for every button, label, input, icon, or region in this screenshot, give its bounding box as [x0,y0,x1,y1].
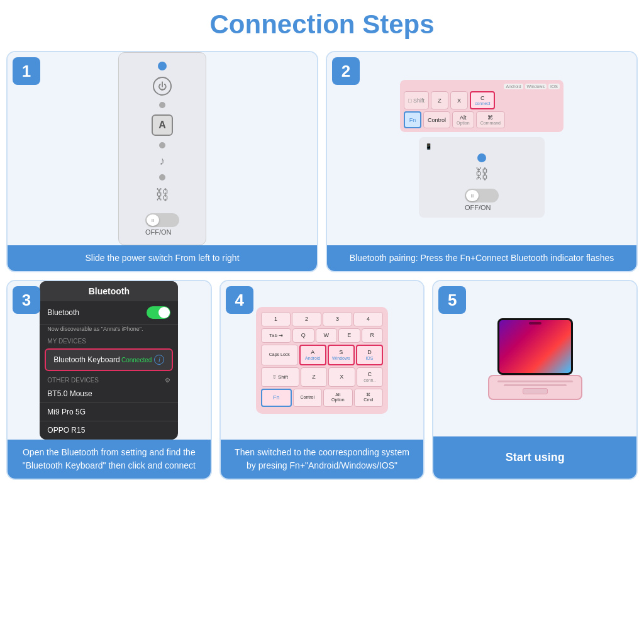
connect-sub: connect [475,101,491,106]
bt-device-mi9[interactable]: Mi9 Pro 5G [40,403,178,421]
power-icon: ⏻ [153,77,172,96]
key-c-connect: Cconnect [470,91,496,109]
step-2-caption: Bluetooth pairing: Press the Fn+Connect … [327,245,636,271]
caps-lock-icon: A [152,114,173,136]
page-title: Connection Steps [6,9,638,40]
key-command: ⌘Command [476,111,505,128]
off-on-label: OFF/ON [145,228,179,236]
key-caps-lock: Caps Lock [261,345,298,365]
step2-bt-indicator [477,153,486,162]
key-s-windows: SWindows [328,345,355,365]
android-label: Android [504,84,523,89]
step-1-visual: 1 ⏻ A ♪ ⛓ II OFF/ON [8,52,317,245]
key-num-4: 4 [353,312,383,326]
step-5-caption: Start using [433,436,636,479]
ios-label: IOS [548,84,560,89]
key-alt-option2: AltOption [323,389,353,407]
key-fn2: Fn [261,389,292,407]
key-a-android: AAndroid [299,345,326,365]
windows-label: Windows [525,84,547,89]
step-3-caption: Open the Bluetooth from setting and find… [8,440,211,479]
ios-sub: IOS [365,356,373,361]
bt-device-oppo[interactable]: OPPO R15 [40,421,178,440]
step-3-card: 3 Bluetooth Bluetooth Now discoverable a… [6,280,212,480]
step2-power-toggle[interactable]: II [465,189,499,203]
key-num-1: 1 [261,312,291,326]
power-toggle-switch[interactable]: II [145,213,179,227]
bt-settings-header: Bluetooth [40,281,178,301]
key-num-2: 2 [292,312,321,326]
keyboard-back-illustration: ⏻ A ♪ ⛓ II OFF/ON [118,52,206,245]
step2-device-icon: 📱 [425,143,432,150]
bt-keyboard-device-row[interactable]: Bluetooth Keyboard Connected i [45,348,173,371]
key-w: W [316,328,338,343]
key-alt-option: AltOption [452,111,474,128]
bt-connected-label: Connected [121,357,152,364]
key-z: Z [431,91,448,109]
step-5-visual: 5 [433,281,636,436]
step2-off-on-label: OFF/ON [465,204,499,211]
keyboard-device-bottom [488,375,582,400]
bluetooth-link-icon: ⛓ [155,187,169,203]
bt-discoverable-text: Now discoverable as "Anna's iPhone". [40,325,178,335]
bt-keyboard-name: Bluetooth Keyboard [53,355,119,364]
step-4-card: 4 1 2 3 4 Tab ⇥ Q W E R [219,280,425,480]
step-1-card: 1 ⏻ A ♪ ⛓ II OFF/ON Slide the power swit… [6,51,318,272]
step-5-card: 5 Start using [432,280,638,480]
bt-toggle-row: Bluetooth [40,301,178,325]
top-row: 1 ⏻ A ♪ ⛓ II OFF/ON Slide the power swit… [6,51,638,272]
key-x2: X [328,367,355,387]
keyboard-step4-illustration: 1 2 3 4 Tab ⇥ Q W E R Caps Lock AAndroid [256,307,388,414]
android-sub: Android [305,356,320,361]
key-num-3: 3 [323,312,352,326]
other-devices-text: OTHER DEVICES [47,377,99,384]
kbd-trackpad [523,388,548,394]
key-q: Q [292,328,314,343]
key-fn: Fn [404,111,421,128]
key-d-ios: DIOS [356,345,383,365]
row-zxc: □ Shift Z X Cconnect [404,91,560,109]
key-r: R [362,328,384,343]
indicator-dot-3 [159,174,165,180]
sys-labels-row: Android Windows IOS [404,84,560,89]
kbd-key-line-1 [497,380,573,382]
step-4-visual: 4 1 2 3 4 Tab ⇥ Q W E R [221,281,424,440]
indicator-dot-2 [159,142,165,148]
step-1-number: 1 [13,57,40,85]
step-4-caption: Then switched to the coorresponding syst… [221,440,424,479]
bt-label: Bluetooth [47,308,79,317]
toggle-knob: II [147,214,159,226]
caps-asd-row: Caps Lock AAndroid SWindows DIOS [261,345,383,365]
indicator-dot-1 [159,102,165,108]
key-shift-small: □ Shift [404,91,429,109]
connect-sub2: conn.. [364,378,375,383]
key-c-connect2: Cconn.. [357,367,383,387]
row-fn: Fn Control AltOption ⌘Command [404,111,560,128]
key-tab: Tab ⇥ [261,328,291,343]
bluetooth-settings-screen: Bluetooth Bluetooth Now discoverable as … [40,281,178,440]
windows-sub: Windows [332,356,350,361]
key-control2: Control [293,389,323,407]
key-command2: ⌘Cmd [354,389,384,407]
bottom-row: 3 Bluetooth Bluetooth Now discoverable a… [6,280,638,480]
music-icon: ♪ [160,155,165,168]
bt-info-icon[interactable]: i [154,355,164,365]
bt-device-mouse[interactable]: BT5.0 Mouse [40,385,178,403]
tab-qwer-row: Tab ⇥ Q W E R [261,328,383,343]
tablet-screen [497,318,573,375]
key-x: X [450,91,468,109]
tablet-camera [529,322,541,325]
num-row: 1 2 3 4 [261,312,383,326]
bt-toggle-knob [158,307,170,318]
fn-row-step4: Fn Control AltOption ⌘Cmd [261,389,383,407]
step-2-number: 2 [332,57,360,85]
step2-keyboard-top: Android Windows IOS □ Shift Z X Cconnect… [400,80,564,132]
step-4-number: 4 [226,286,253,314]
step-1-caption: Slide the power switch From left to righ… [8,245,317,271]
loading-spinner: ⚙ [165,377,170,384]
step-2-card: 2 Android Windows IOS □ Shift Z X Cconne… [326,51,638,272]
bt-toggle[interactable] [147,306,170,319]
tablet-keyboard-combo [485,318,586,400]
step-3-visual: 3 Bluetooth Bluetooth Now discoverable a… [8,281,211,440]
other-devices-label: OTHER DEVICES ⚙ [40,374,178,385]
